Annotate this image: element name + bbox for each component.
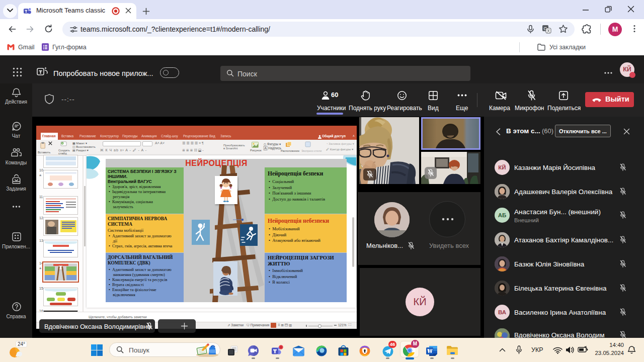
svg-text:z: z: [633, 346, 635, 350]
